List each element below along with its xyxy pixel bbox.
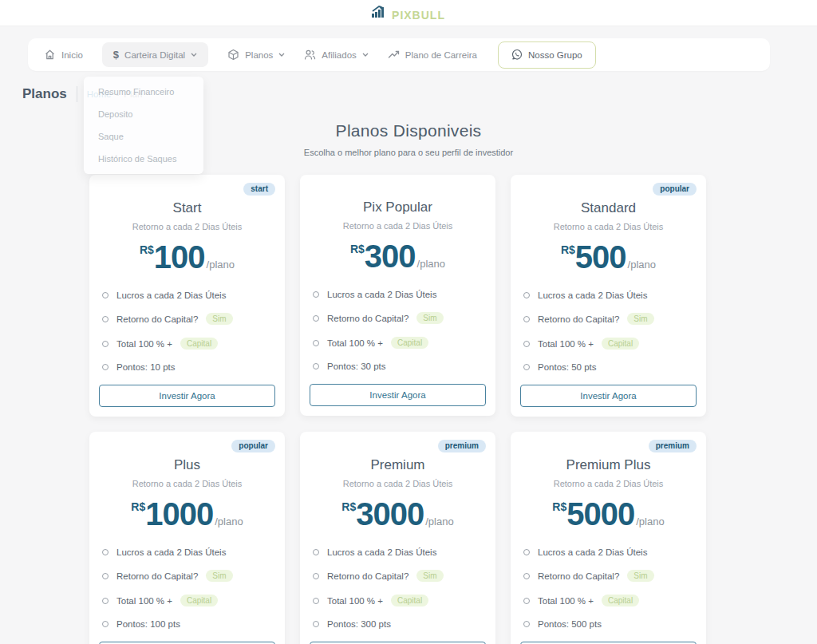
circle-icon bbox=[102, 341, 109, 347]
feature-text: Pontos: 500 pts bbox=[538, 619, 602, 629]
plan-feature: Pontos: 30 pts bbox=[313, 362, 486, 371]
nav-item-inicio[interactable]: Inicio bbox=[44, 49, 83, 61]
nosso-grupo-button[interactable]: Nosso Grupo bbox=[498, 41, 596, 69]
plan-per: /plano bbox=[207, 259, 235, 271]
badge-row: popular bbox=[99, 440, 275, 452]
circle-icon bbox=[102, 292, 109, 298]
feature-tag: Sim bbox=[206, 570, 232, 582]
invest-button[interactable]: Investir Agora bbox=[99, 385, 275, 407]
feature-text: Retorno do Capital? bbox=[538, 314, 619, 324]
plan-features: Lucros a cada 2 Dias ÚteisRetorno do Cap… bbox=[523, 290, 697, 372]
plan-period: Retorno a cada 2 Dias Úteis bbox=[99, 222, 275, 231]
feature-text: Total 100 % + bbox=[538, 596, 594, 606]
plan-price: 5000 bbox=[566, 498, 634, 530]
nav-item-planos[interactable]: Planos bbox=[227, 49, 285, 61]
plan-feature: Retorno do Capital?Sim bbox=[313, 312, 486, 324]
trending-up-icon bbox=[388, 49, 400, 61]
dropdown-item-historico-de-saques[interactable]: Histórico de Saques bbox=[84, 148, 203, 170]
nav-item-carteira-digital[interactable]: $ Carteira Digital bbox=[102, 42, 208, 67]
plan-currency: R$ bbox=[341, 500, 356, 530]
plan-period: Retorno a cada 2 Dias Úteis bbox=[99, 479, 275, 488]
circle-icon bbox=[102, 549, 109, 555]
plan-price-row: R$ 300 /plano bbox=[310, 240, 486, 272]
invest-button[interactable]: Investir Agora bbox=[520, 385, 697, 407]
feature-text: Lucros a cada 2 Dias Úteis bbox=[327, 290, 436, 299]
circle-icon bbox=[523, 316, 530, 322]
nosso-grupo-label: Nosso Grupo bbox=[528, 50, 582, 60]
plan-period: Retorno a cada 2 Dias Úteis bbox=[520, 479, 697, 488]
logo[interactable]: PIXBULL bbox=[372, 6, 445, 21]
feature-text: Total 100 % + bbox=[116, 339, 172, 349]
circle-icon bbox=[313, 573, 319, 579]
plan-name: Pix Popular bbox=[310, 200, 486, 215]
circle-icon bbox=[313, 363, 319, 369]
feature-text: Total 100 % + bbox=[327, 338, 383, 348]
circle-icon bbox=[313, 598, 319, 604]
nav-item-afiliados[interactable]: Afiliados bbox=[304, 49, 368, 61]
dropdown-item-saque[interactable]: Saque bbox=[84, 125, 203, 148]
plan-card: popular Plus Retorno a cada 2 Dias Úteis… bbox=[89, 432, 285, 644]
feature-text: Retorno do Capital? bbox=[327, 571, 408, 581]
circle-icon bbox=[313, 315, 319, 322]
dropdown-item-deposito[interactable]: Deposito bbox=[84, 103, 203, 125]
circle-icon bbox=[523, 621, 530, 627]
nav-item-label: Planos bbox=[245, 50, 273, 60]
plan-feature: Pontos: 100 pts bbox=[102, 619, 275, 629]
feature-tag: Capital bbox=[602, 338, 639, 350]
plan-features: Lucros a cada 2 Dias ÚteisRetorno do Cap… bbox=[313, 290, 486, 371]
feature-text: Lucros a cada 2 Dias Úteis bbox=[327, 547, 436, 557]
plan-feature: Lucros a cada 2 Dias Úteis bbox=[102, 547, 275, 557]
plan-features: Lucros a cada 2 Dias ÚteisRetorno do Cap… bbox=[313, 547, 486, 629]
plan-feature: Lucros a cada 2 Dias Úteis bbox=[102, 290, 275, 300]
plan-feature: Total 100 % +Capital bbox=[102, 338, 275, 350]
plan-feature: Retorno do Capital?Sim bbox=[102, 313, 275, 325]
feature-text: Retorno do Capital? bbox=[116, 314, 198, 324]
feature-text: Pontos: 30 pts bbox=[327, 362, 386, 371]
plan-feature: Total 100 % +Capital bbox=[523, 595, 697, 606]
circle-icon bbox=[523, 549, 530, 555]
dropdown-item-resumo-financeiro[interactable]: Resumo Financeiro bbox=[84, 81, 203, 103]
plan-currency: R$ bbox=[350, 243, 365, 272]
chevron-down-icon bbox=[362, 53, 369, 57]
feature-tag: Capital bbox=[180, 338, 218, 350]
plan-badge: popular bbox=[653, 183, 697, 196]
feature-text: Retorno do Capital? bbox=[116, 571, 198, 581]
invest-button[interactable]: Investir Agora bbox=[310, 384, 486, 406]
plan-card: popular Standard Retorno a cada 2 Dias Ú… bbox=[511, 175, 706, 417]
home-icon bbox=[44, 49, 56, 61]
plan-feature: Lucros a cada 2 Dias Úteis bbox=[313, 547, 486, 557]
feature-tag: Sim bbox=[416, 570, 443, 582]
circle-icon bbox=[102, 573, 109, 579]
circle-icon bbox=[523, 573, 530, 579]
plan-price-row: R$ 100 /plano bbox=[99, 241, 275, 273]
feature-tag: Sim bbox=[416, 312, 443, 324]
plan-price: 500 bbox=[575, 241, 626, 273]
plan-feature: Total 100 % +Capital bbox=[523, 338, 697, 350]
feature-text: Total 100 % + bbox=[327, 596, 383, 606]
nav-item-plano-de-carreira[interactable]: Plano de Carreira bbox=[388, 49, 477, 61]
plan-feature: Pontos: 500 pts bbox=[523, 619, 697, 629]
circle-icon bbox=[313, 621, 319, 627]
circle-icon bbox=[313, 340, 319, 346]
plan-price-row: R$ 1000 /plano bbox=[99, 498, 275, 530]
plan-card: premium Premium Retorno a cada 2 Dias Út… bbox=[300, 432, 495, 644]
plan-badge: start bbox=[243, 183, 275, 196]
nav-item-label: Carteira Digital bbox=[124, 50, 185, 60]
plan-feature: Pontos: 300 pts bbox=[313, 619, 486, 629]
plan-price: 300 bbox=[365, 240, 416, 272]
feature-text: Lucros a cada 2 Dias Úteis bbox=[538, 547, 647, 557]
feature-text: Retorno do Capital? bbox=[327, 314, 408, 323]
badge-row: premium bbox=[520, 440, 697, 452]
users-icon bbox=[304, 49, 316, 61]
badge-row: popular bbox=[520, 183, 697, 196]
plan-price-row: R$ 5000 /plano bbox=[520, 498, 697, 530]
plan-feature: Total 100 % +Capital bbox=[102, 595, 275, 606]
circle-icon bbox=[102, 316, 109, 322]
plan-currency: R$ bbox=[140, 243, 154, 273]
plan-card: start Start Retorno a cada 2 Dias Úteis … bbox=[89, 175, 285, 417]
plan-per: /plano bbox=[636, 516, 664, 527]
plan-feature: Retorno do Capital?Sim bbox=[102, 570, 275, 582]
logo-text: PIXBULL bbox=[392, 10, 445, 21]
plan-period: Retorno a cada 2 Dias Úteis bbox=[520, 222, 697, 231]
page-title: Planos bbox=[22, 86, 67, 102]
